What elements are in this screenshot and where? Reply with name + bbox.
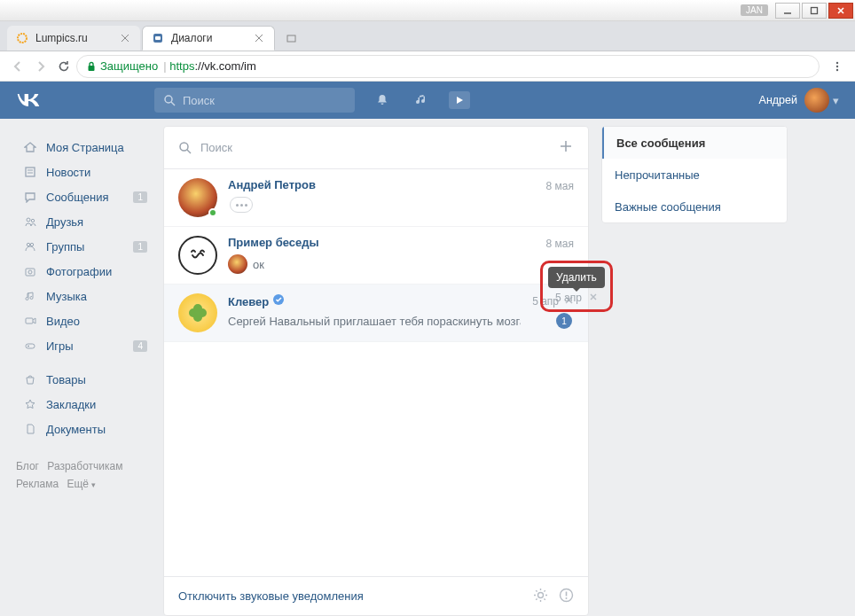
dialog-item[interactable]: Клевер Сергей Навальный приглашает тебя … — [164, 285, 588, 342]
nav-groups[interactable]: Группы1 — [16, 234, 153, 259]
nav-my-page[interactable]: Моя Страница — [16, 135, 153, 160]
music-nav-icon — [21, 290, 39, 302]
dialogs-search-input[interactable]: Поиск — [178, 141, 558, 154]
url-path: ://vk.com/im — [194, 59, 255, 73]
chevron-down-icon: ▾ — [833, 94, 839, 107]
footer-devs[interactable]: Разработчикам — [47, 460, 122, 472]
dialog-item[interactable]: Андрей Петров 8 мая — [164, 169, 588, 227]
dialog-snippet: ок — [228, 254, 521, 274]
tab-title: Диалоги — [171, 32, 249, 44]
footer-ads[interactable]: Реклама — [16, 478, 59, 490]
header-user-menu[interactable]: Андрей ▾ — [759, 88, 839, 113]
mini-avatar — [228, 254, 247, 274]
nav-photos[interactable]: Фотографии — [16, 259, 153, 284]
dialog-name: Клевер — [228, 295, 269, 308]
lock-icon — [86, 61, 97, 72]
doc-icon — [21, 423, 39, 435]
svg-rect-28 — [26, 344, 35, 348]
nav-reload-button[interactable] — [53, 56, 75, 77]
close-icon[interactable] — [589, 292, 598, 304]
avatar — [804, 88, 829, 113]
settings-button[interactable] — [533, 588, 548, 605]
nav-video[interactable]: Видео — [16, 308, 153, 333]
window-minimize-button[interactable] — [775, 3, 800, 19]
dialog-snippet — [228, 197, 521, 213]
badge: 1 — [133, 241, 147, 253]
svg-point-38 — [538, 592, 544, 597]
info-button[interactable] — [559, 588, 574, 605]
dialog-name: Пример беседы — [228, 236, 319, 249]
window-close-button[interactable] — [828, 3, 853, 19]
notifications-button[interactable] — [371, 89, 394, 112]
nav-music[interactable]: Музыка — [16, 284, 153, 308]
plus-icon — [558, 138, 574, 154]
os-titlebar: JAN — [0, 0, 855, 21]
nav-news[interactable]: Новости — [16, 160, 153, 184]
footer-more[interactable]: Ещё ▾ — [67, 478, 95, 490]
svg-point-21 — [27, 218, 30, 222]
filter-all[interactable]: Все сообщения — [602, 127, 787, 159]
vk-logo[interactable] — [16, 92, 41, 108]
nav-market[interactable]: Товары — [16, 367, 153, 392]
avatar — [178, 178, 217, 217]
browser-tab-strip: Lumpics.ru Диалоги — [0, 21, 855, 51]
browser-tab[interactable]: Диалоги — [142, 26, 275, 51]
video-play-button[interactable] — [449, 91, 470, 109]
header-search-input[interactable]: Поиск — [154, 88, 355, 113]
friends-icon — [21, 215, 39, 228]
browser-tab[interactable]: Lumpics.ru — [7, 26, 140, 51]
svg-point-24 — [30, 243, 33, 246]
delete-tooltip-highlight: Удалить 5 апр — [540, 261, 613, 312]
verified-icon — [272, 293, 285, 309]
mute-sounds-link[interactable]: Отключить звуковые уведомления — [178, 589, 522, 603]
svg-rect-18 — [26, 168, 35, 176]
url-protocol: https — [169, 59, 194, 73]
left-nav: Моя Страница Новости Сообщения1 Друзья Г… — [16, 126, 153, 616]
svg-rect-11 — [287, 35, 295, 42]
star-icon — [21, 398, 39, 410]
dialog-date: 8 мая — [546, 180, 574, 192]
favicon-icon — [16, 32, 28, 44]
new-tab-button[interactable] — [282, 29, 302, 47]
nav-messages[interactable]: Сообщения1 — [16, 184, 153, 209]
filter-unread[interactable]: Непрочитанные — [602, 159, 787, 191]
nav-documents[interactable]: Документы — [16, 417, 153, 441]
svg-line-46 — [544, 590, 545, 591]
avatar — [178, 293, 217, 332]
svg-line-43 — [536, 590, 537, 591]
compose-button[interactable] — [558, 138, 574, 158]
filter-important[interactable]: Важные сообщения — [602, 191, 787, 222]
nav-forward-button[interactable] — [30, 56, 51, 77]
tab-close-icon[interactable] — [255, 33, 265, 43]
favicon-icon — [152, 32, 164, 44]
dialog-item[interactable]: Пример беседы ок 8 мая — [164, 227, 588, 285]
browser-url-bar: Защищено | https://vk.com/im — [0, 51, 855, 82]
svg-rect-27 — [26, 318, 33, 324]
play-icon — [455, 96, 464, 105]
dialog-date: 8 мая — [546, 238, 574, 250]
nav-friends[interactable]: Друзья — [16, 209, 153, 234]
nav-games[interactable]: Игры4 — [16, 333, 153, 358]
main-area: Поиск Андрей Петров 8 мая — [163, 126, 839, 616]
tab-title: Lumpics.ru — [35, 32, 115, 44]
url-field[interactable]: Защищено | https://vk.com/im — [76, 55, 820, 78]
browser-menu-button[interactable] — [827, 56, 848, 77]
video-icon — [21, 315, 39, 327]
avatar — [178, 236, 217, 275]
vk-body: Моя Страница Новости Сообщения1 Друзья Г… — [0, 119, 855, 616]
nav-back-button[interactable] — [7, 56, 28, 77]
gear-icon — [533, 588, 548, 603]
svg-rect-8 — [155, 36, 161, 40]
footer-blog[interactable]: Блог — [16, 460, 39, 472]
games-icon — [21, 339, 39, 352]
message-icon — [21, 191, 39, 203]
music-button[interactable] — [410, 89, 433, 112]
svg-point-31 — [180, 143, 188, 151]
window-maximize-button[interactable] — [802, 3, 827, 19]
camera-icon — [21, 265, 39, 277]
nav-bookmarks[interactable]: Закладки — [16, 392, 153, 417]
search-placeholder: Поиск — [183, 94, 215, 107]
tab-close-icon[interactable] — [121, 33, 131, 43]
unread-badge: 1 — [556, 313, 572, 329]
bell-icon — [375, 93, 389, 107]
